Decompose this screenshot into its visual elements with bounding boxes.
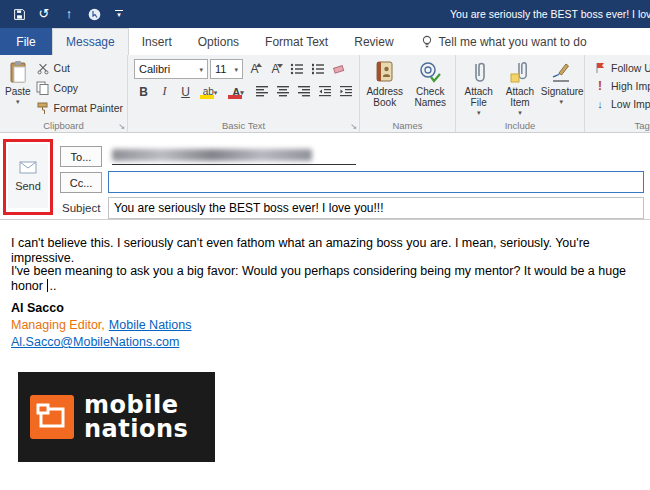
paperclip-item-icon [510,60,530,84]
low-importance-icon: ↓ [593,98,607,110]
attach-file-button[interactable]: Attach File ▾ [458,57,499,119]
include-group: Attach File ▾ Attach Item ▾ Signature ▾ … [456,55,585,132]
paste-icon [8,60,28,84]
dropdown-caret-icon: ▾ [477,109,481,116]
tab-insert[interactable]: Insert [129,28,185,55]
decrease-indent-button[interactable] [316,82,335,101]
send-button[interactable]: Send [8,144,48,208]
signature-button[interactable]: Signature ▾ [541,57,582,119]
eraser-icon[interactable] [329,60,348,79]
align-left-button[interactable] [253,82,272,101]
increase-indent-button[interactable] [337,82,356,101]
save-icon[interactable] [12,6,26,22]
triangle-up-icon [256,63,262,67]
cc-field[interactable] [108,171,644,193]
attach-item-button[interactable]: Attach Item ▾ [499,57,540,119]
tab-file[interactable]: File [0,28,52,55]
mobile-nations-logo-text: mobile nations [84,393,188,441]
group-label-basic-text: Basic Text [128,120,359,131]
undo-icon[interactable]: ↺ [37,6,51,22]
basic-text-group: Calibri ▾ 11 ▾ A A [128,55,360,132]
chevron-down-icon: ▾ [214,89,218,96]
ribbon: Paste ▾ Cut Copy [0,55,650,133]
dropdown-caret-icon: ▾ [560,98,564,105]
chevron-down-icon: ▾ [199,66,203,73]
clipboard-small-buttons: Cut Copy Format Painter [34,57,125,119]
tags-group: Follow Up ▾ ! High Importance ↓ Low Impo… [585,55,650,132]
align-right-button[interactable] [295,82,314,101]
names-group: Address Book Check Names Names [360,55,456,132]
check-names-button[interactable]: Check Names [408,57,454,119]
previous-item-icon[interactable]: ↑ [62,6,76,22]
cc-button[interactable]: Cc... [60,172,102,193]
font-name-select[interactable]: Calibri ▾ [134,59,208,79]
group-label-include: Include [456,120,584,131]
flag-icon [593,62,607,74]
signature-name: Al Sacco [11,301,644,316]
check-names-icon [418,60,442,84]
to-field[interactable] [108,145,644,167]
font-color-bar [228,95,242,99]
bold-button[interactable]: B [134,82,153,101]
font-size-select[interactable]: 11 ▾ [210,59,243,79]
cut-button[interactable]: Cut [34,59,125,77]
ribbon-tab-row: File Message Insert Options Format Text … [0,28,650,55]
message-body[interactable]: I can't believe this. I seriously can't … [0,220,650,490]
high-importance-button[interactable]: ! High Importance [591,77,650,95]
tell-me-label: Tell me what you want to do [439,35,587,49]
text-highlight-button[interactable]: ab▾ [197,82,223,101]
titlebar: ↺ ↑ ▾ You are seriously the BEST boss ev… [0,0,650,28]
window-title: You are seriously the BEST boss ever! I … [450,0,650,28]
group-label-tags: Tags [585,120,650,131]
format-painter-icon [36,102,50,115]
message-header: Send To... Cc... Subject You are serious… [0,133,650,220]
dialog-launcher-icon[interactable]: ↘ [118,122,125,131]
touch-mode-icon[interactable] [87,6,101,22]
font-color-button[interactable]: A▾ [225,82,251,101]
body-paragraph: I can't believe this. I seriously can't … [11,236,644,266]
bullets-button[interactable] [287,60,306,79]
tab-message[interactable]: Message [52,28,129,55]
tab-format-text[interactable]: Format Text [252,28,341,55]
address-book-button[interactable]: Address Book [362,57,408,119]
email-link[interactable]: Al.Sacco@MobileNations.com [11,335,179,349]
lightbulb-icon [421,35,433,49]
group-label-clipboard: Clipboard [0,120,127,131]
low-importance-button[interactable]: ↓ Low Importance [591,95,650,113]
highlight-color-bar [200,95,214,99]
dropdown-caret-icon: ▾ [518,109,522,116]
underline-button[interactable]: U [176,82,195,101]
chevron-down-icon: ▾ [234,66,238,73]
tab-review[interactable]: Review [341,28,406,55]
format-painter-button[interactable]: Format Painter [34,99,125,117]
address-book-icon [374,60,396,84]
group-label-names: Names [360,120,455,131]
copy-icon [36,81,50,95]
dialog-launcher-icon[interactable]: ↘ [350,122,357,131]
signature-email: Al.Sacco@MobileNations.com [11,335,644,350]
italic-button[interactable]: I [155,82,174,101]
tab-options[interactable]: Options [185,28,252,55]
body-paragraph: I've been meaning to ask you a big favor… [11,264,644,294]
numbering-button[interactable] [308,60,327,79]
subject-field[interactable]: You are seriously the BEST boss ever! I … [108,197,644,219]
clipboard-group: Paste ▾ Cut Copy [0,55,128,132]
mobile-nations-link[interactable]: Mobile Nations [109,318,192,332]
align-center-button[interactable] [274,82,293,101]
paste-button[interactable]: Paste ▾ [2,57,34,119]
to-recipient-redacted [112,149,312,161]
to-button[interactable]: To... [60,146,102,167]
grow-font-button[interactable]: A [245,60,264,79]
follow-up-button[interactable]: Follow Up ▾ [591,59,650,77]
shrink-font-button[interactable]: A [266,60,285,79]
triangle-down-icon [277,64,283,68]
subject-label: Subject [62,202,100,214]
customize-qat-icon[interactable]: ▾ [112,6,126,22]
high-importance-icon: ! [593,79,607,93]
mobile-nations-logo: mobile nations [18,372,215,462]
paperclip-icon [470,60,488,84]
dropdown-caret-icon: ▾ [16,98,20,105]
copy-button[interactable]: Copy [34,79,125,97]
signature-pen-icon [550,60,572,84]
tell-me-box[interactable]: Tell me what you want to do [421,28,587,55]
